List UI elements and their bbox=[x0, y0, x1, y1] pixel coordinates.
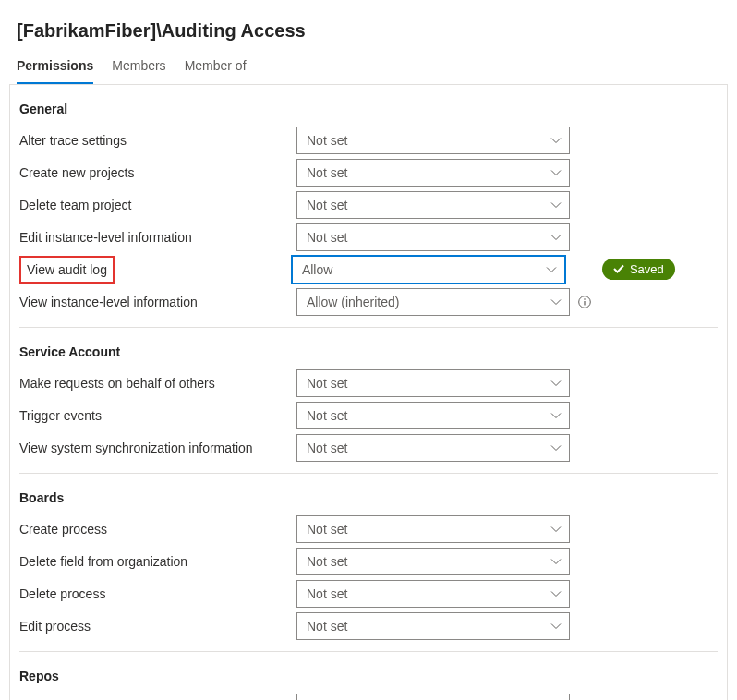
status-text: Saved bbox=[630, 262, 664, 276]
perm-row: Administer workspaces Not set bbox=[10, 691, 727, 700]
chevron-down-icon bbox=[550, 556, 562, 567]
perm-label: Alter trace settings bbox=[19, 127, 296, 153]
perm-select[interactable]: Not set bbox=[296, 159, 570, 187]
perm-value: Not set bbox=[307, 554, 347, 569]
chevron-down-icon bbox=[550, 621, 562, 632]
chevron-down-icon bbox=[550, 524, 562, 535]
perm-label: Delete field from organization bbox=[19, 549, 296, 574]
perm-value: Not set bbox=[307, 619, 347, 634]
check-icon bbox=[613, 262, 624, 276]
chevron-down-icon bbox=[550, 588, 562, 599]
perm-row: Trigger events Not set bbox=[10, 399, 727, 431]
chevron-down-icon bbox=[550, 442, 562, 453]
perm-label: View instance-level information bbox=[19, 289, 296, 315]
chevron-down-icon bbox=[550, 135, 562, 146]
svg-point-1 bbox=[584, 298, 586, 300]
perm-label: Create process bbox=[19, 516, 296, 542]
status-badge: Saved bbox=[602, 259, 675, 280]
perm-row: View instance-level information Allow (i… bbox=[10, 285, 727, 318]
perm-value: Not set bbox=[307, 522, 347, 537]
perm-row: Alter trace settings Not set bbox=[10, 124, 727, 156]
perm-select[interactable]: Allow bbox=[292, 256, 565, 284]
perm-label-view-audit-log: View audit log bbox=[19, 256, 115, 284]
perm-row: Create new projects Not set bbox=[10, 156, 727, 188]
chevron-down-icon bbox=[550, 167, 562, 178]
perm-select[interactable]: Not set bbox=[296, 191, 570, 219]
tabs: Permissions Members Member of bbox=[0, 42, 737, 84]
perm-value: Not set bbox=[307, 133, 347, 148]
perm-label: Create new projects bbox=[19, 160, 296, 186]
info-icon[interactable] bbox=[577, 295, 592, 309]
perm-value: Not set bbox=[307, 408, 347, 423]
perm-select[interactable]: Not set bbox=[296, 580, 570, 608]
perm-row: Delete process Not set bbox=[10, 577, 727, 609]
chevron-down-icon bbox=[550, 199, 562, 211]
permissions-panel: General Alter trace settings Not set Cre… bbox=[9, 84, 728, 700]
perm-select[interactable]: Not set bbox=[296, 402, 570, 429]
svg-rect-2 bbox=[584, 301, 585, 306]
perm-label: View system synchronization information bbox=[19, 435, 296, 461]
perm-value: Not set bbox=[307, 376, 347, 391]
perm-row: View audit log Allow Saved bbox=[10, 253, 727, 285]
perm-select[interactable]: Allow (inherited) bbox=[296, 288, 570, 316]
perm-select[interactable]: Not set bbox=[296, 515, 570, 543]
chevron-down-icon bbox=[550, 410, 562, 421]
tab-permissions[interactable]: Permissions bbox=[17, 58, 93, 84]
perm-row: Edit instance-level information Not set bbox=[10, 221, 727, 253]
chevron-down-icon bbox=[550, 232, 562, 243]
section-title-repos: Repos bbox=[10, 652, 727, 691]
perm-label: Delete process bbox=[19, 581, 296, 607]
perm-label: Edit instance-level information bbox=[19, 224, 296, 250]
perm-value: Not set bbox=[307, 441, 347, 455]
section-title-service-account: Service Account bbox=[10, 328, 727, 367]
chevron-down-icon bbox=[550, 296, 562, 308]
perm-label: Trigger events bbox=[19, 403, 296, 428]
perm-select[interactable]: Not set bbox=[296, 694, 570, 701]
perm-row: Edit process Not set bbox=[10, 609, 727, 642]
perm-select[interactable]: Not set bbox=[296, 223, 570, 251]
perm-value: Allow bbox=[302, 262, 332, 277]
perm-select[interactable]: Not set bbox=[296, 369, 570, 397]
perm-label: Delete team project bbox=[19, 192, 296, 218]
perm-label: Administer workspaces bbox=[19, 694, 296, 701]
perm-row: View system synchronization information … bbox=[10, 431, 727, 464]
tab-member-of[interactable]: Member of bbox=[185, 58, 247, 84]
chevron-down-icon bbox=[546, 264, 557, 275]
perm-select[interactable]: Not set bbox=[296, 548, 570, 575]
perm-row: Delete team project Not set bbox=[10, 188, 727, 221]
page-title: [FabrikamFiber]\Auditing Access bbox=[0, 0, 737, 42]
perm-row: Make requests on behalf of others Not se… bbox=[10, 367, 727, 399]
chevron-down-icon bbox=[550, 378, 562, 389]
perm-label: Make requests on behalf of others bbox=[19, 370, 296, 396]
perm-row: Delete field from organization Not set bbox=[10, 545, 727, 577]
section-title-general: General bbox=[10, 85, 727, 124]
perm-select[interactable]: Not set bbox=[296, 612, 570, 640]
perm-label: Edit process bbox=[19, 613, 296, 639]
perm-value: Not set bbox=[307, 198, 347, 212]
tab-members[interactable]: Members bbox=[112, 58, 165, 84]
perm-value: Not set bbox=[307, 165, 347, 180]
perm-select[interactable]: Not set bbox=[296, 434, 570, 462]
perm-row: Create process Not set bbox=[10, 513, 727, 545]
perm-value: Not set bbox=[307, 230, 347, 245]
perm-value: Allow (inherited) bbox=[307, 295, 399, 309]
perm-value: Not set bbox=[307, 586, 347, 601]
perm-select[interactable]: Not set bbox=[296, 127, 570, 154]
section-title-boards: Boards bbox=[10, 474, 727, 513]
